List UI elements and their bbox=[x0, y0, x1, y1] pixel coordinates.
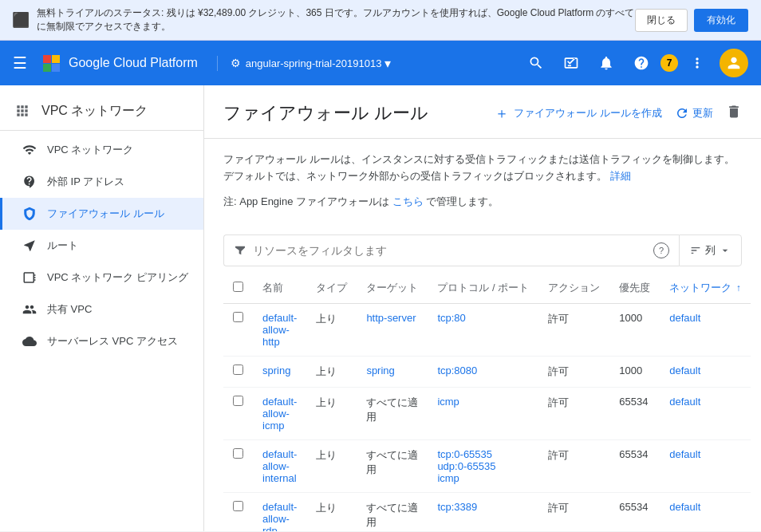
app-engine-link[interactable]: こちら bbox=[392, 195, 424, 207]
svg-rect-3 bbox=[52, 64, 60, 72]
rule-priority-0: 1000 bbox=[609, 303, 660, 356]
sidebar-item-firewall-rules[interactable]: ファイアウォール ルール bbox=[0, 198, 203, 230]
nav-actions: 7 bbox=[520, 47, 748, 79]
sidebar-item-shared-vpc-label: 共有 VPC bbox=[47, 302, 92, 317]
gcp-logo-icon bbox=[40, 52, 62, 74]
rule-type-1: 上り bbox=[306, 356, 357, 387]
banner-text: 無料トライアルのステータス: 残りは ¥32,489.00 クレジット、365 … bbox=[37, 6, 635, 33]
help-button[interactable] bbox=[625, 47, 657, 79]
filter-input[interactable] bbox=[253, 244, 647, 257]
rule-name-link-3[interactable]: default-allow-internal bbox=[262, 448, 297, 484]
row-checkbox-4[interactable] bbox=[233, 501, 243, 511]
sidebar-item-serverless-vpc-label: サーバーレス VPC アクセス bbox=[47, 334, 178, 349]
protocol-link-4[interactable]: tcp:3389 bbox=[437, 501, 477, 513]
rule-name-link-1[interactable]: spring bbox=[262, 365, 290, 376]
rule-network-link-0[interactable]: default bbox=[669, 312, 700, 324]
sidebar-header-label: VPC ネットワーク bbox=[41, 103, 148, 120]
table-row: default-allow-http上りhttp-servertcp:80許可1… bbox=[223, 303, 751, 356]
delete-button[interactable] bbox=[726, 104, 742, 124]
rule-action-1: 許可 bbox=[538, 356, 609, 387]
protocol-link-3-1[interactable]: udp:0-65535 bbox=[437, 460, 495, 472]
rule-target-link-1[interactable]: spring bbox=[366, 365, 394, 376]
rule-priority-4: 65534 bbox=[609, 492, 660, 531]
select-all-checkbox[interactable] bbox=[233, 282, 243, 292]
app-body: VPC ネットワーク VPC ネットワーク 外部 IP アドレス ファイアウォー… bbox=[0, 85, 761, 531]
rule-priority-1: 1000 bbox=[609, 356, 660, 387]
project-selector[interactable]: ⚙ angular-spring-trial-20191013 ▾ bbox=[217, 56, 392, 71]
main-content: ファイアウォール ルール ＋ ファイアウォール ルールを作成 更新 ファイアウォ… bbox=[204, 85, 761, 531]
banner-icon: ⬛ bbox=[13, 12, 29, 28]
rule-network-link-3[interactable]: default bbox=[669, 448, 700, 460]
rule-network-link-1[interactable]: default bbox=[669, 365, 700, 376]
sidebar-item-external-ip[interactable]: 外部 IP アドレス bbox=[0, 166, 203, 198]
header-actions: ＋ ファイアウォール ルールを作成 更新 bbox=[495, 104, 742, 124]
refresh-label: 更新 bbox=[692, 106, 713, 120]
filter-help-button[interactable]: ? bbox=[653, 242, 669, 258]
row-checkbox-0[interactable] bbox=[233, 312, 243, 322]
vpc-network-header-icon bbox=[13, 101, 32, 120]
sidebar-item-vpc-network[interactable]: VPC ネットワーク bbox=[0, 134, 203, 166]
notifications-button[interactable] bbox=[590, 47, 622, 79]
table-row: default-allow-internal上りすべてに適用tcp:0-6553… bbox=[223, 439, 751, 492]
app-engine-note: 注: App Engine ファイアウォールは こちら で管理します。 bbox=[204, 191, 761, 222]
notification-count-badge[interactable]: 7 bbox=[660, 54, 678, 72]
protocol-link-3-0[interactable]: tcp:0-65535 bbox=[437, 448, 492, 460]
sidebar-item-external-ip-label: 外部 IP アドレス bbox=[47, 175, 124, 189]
columns-button[interactable]: 列 bbox=[679, 234, 742, 266]
protocol-link-3-2[interactable]: icmp bbox=[437, 472, 459, 484]
app-title: Google Cloud Platform bbox=[69, 56, 198, 70]
more-options-button[interactable] bbox=[681, 47, 713, 79]
shared-vpc-icon bbox=[22, 301, 37, 317]
col-name: 名前 bbox=[253, 273, 306, 304]
rule-network-link-2[interactable]: default bbox=[669, 396, 700, 408]
columns-dropdown-icon bbox=[719, 244, 731, 257]
row-checkbox-3[interactable] bbox=[233, 448, 243, 459]
user-avatar[interactable] bbox=[720, 49, 748, 77]
row-checkbox-2[interactable] bbox=[233, 396, 243, 406]
details-link[interactable]: 詳細 bbox=[610, 170, 631, 182]
col-action: アクション bbox=[538, 273, 609, 304]
rule-name-link-0[interactable]: default-allow-http bbox=[262, 312, 297, 348]
svg-rect-0 bbox=[43, 55, 51, 63]
trial-banner: ⬛ 無料トライアルのステータス: 残りは ¥32,489.00 クレジット、36… bbox=[0, 0, 761, 41]
table-header-row: 名前 タイプ ターゲット プロトコル / ポート アクション 優先度 ネットワー… bbox=[223, 273, 751, 304]
page-title: ファイアウォール ルール bbox=[223, 101, 495, 125]
sidebar-item-vpc-peering[interactable]: VPC ネットワーク ピアリング bbox=[0, 262, 203, 294]
rule-type-2: 上り bbox=[306, 387, 357, 439]
cloud-shell-button[interactable] bbox=[555, 47, 587, 79]
col-type: タイプ bbox=[306, 273, 357, 304]
select-all-header[interactable] bbox=[223, 273, 253, 304]
table-row: spring上りspringtcp:8080許可1000default bbox=[223, 356, 751, 387]
create-button-label: ファイアウォール ルールを作成 bbox=[514, 106, 662, 120]
create-icon: ＋ bbox=[495, 104, 509, 123]
col-network[interactable]: ネットワーク ↑ bbox=[660, 273, 751, 304]
refresh-button[interactable]: 更新 bbox=[675, 106, 713, 120]
sidebar-header: VPC ネットワーク bbox=[0, 92, 203, 131]
rule-target-link-0[interactable]: http-server bbox=[366, 312, 416, 324]
sidebar-item-routes-label: ルート bbox=[47, 238, 78, 253]
close-banner-button[interactable]: 閉じる bbox=[635, 9, 688, 32]
external-ip-icon bbox=[22, 174, 37, 190]
protocol-link-2[interactable]: icmp bbox=[437, 396, 459, 408]
protocol-link-1[interactable]: tcp:8080 bbox=[437, 365, 477, 376]
hamburger-menu-button[interactable]: ☰ bbox=[13, 53, 27, 73]
page-header: ファイアウォール ルール ＋ ファイアウォール ルールを作成 更新 bbox=[204, 85, 761, 139]
rule-network-link-4[interactable]: default bbox=[669, 501, 700, 513]
protocol-link-0[interactable]: tcp:80 bbox=[437, 312, 465, 324]
columns-label: 列 bbox=[705, 243, 716, 258]
rule-name-link-2[interactable]: default-allow-icmp bbox=[262, 396, 297, 432]
sidebar-item-serverless-vpc[interactable]: サーバーレス VPC アクセス bbox=[0, 325, 203, 357]
columns-icon bbox=[689, 244, 702, 257]
rule-name-link-4[interactable]: default-allow-rdp bbox=[262, 501, 297, 531]
row-checkbox-1[interactable] bbox=[233, 365, 243, 375]
sidebar-item-routes[interactable]: ルート bbox=[0, 230, 203, 262]
sidebar-item-shared-vpc[interactable]: 共有 VPC bbox=[0, 294, 203, 325]
vpc-network-icon bbox=[22, 142, 37, 158]
app-logo: Google Cloud Platform bbox=[40, 52, 198, 74]
serverless-vpc-icon bbox=[22, 333, 37, 349]
sidebar-item-vpc-network-label: VPC ネットワーク bbox=[47, 143, 133, 157]
rule-type-3: 上り bbox=[306, 439, 357, 492]
activate-button[interactable]: 有効化 bbox=[694, 9, 748, 32]
search-button[interactable] bbox=[520, 47, 552, 79]
create-firewall-rule-button[interactable]: ＋ ファイアウォール ルールを作成 bbox=[495, 104, 662, 123]
